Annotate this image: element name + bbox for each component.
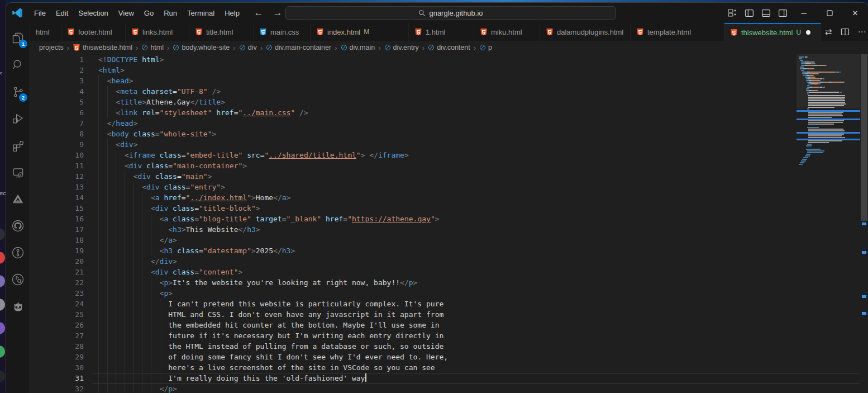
code-line-4[interactable]: 4 <meta charset="UTF-8" /> [30, 86, 868, 97]
code-line-2[interactable]: 2<html> [30, 65, 868, 75]
menu-help[interactable]: Help [220, 7, 245, 20]
breadcrumb-file[interactable]: thiswebsite.html [73, 44, 132, 51]
minimize-button[interactable]: ─ [791, 3, 817, 23]
tab-links-html[interactable]: links.html [126, 23, 189, 41]
maximize-button[interactable] [817, 3, 842, 23]
code-line-9[interactable]: 9 <div> [30, 139, 868, 150]
activity-source-control[interactable]: 2 [6, 79, 30, 105]
activity-github[interactable] [6, 213, 30, 239]
nav-back-button[interactable]: ← [252, 7, 265, 18]
menu-file[interactable]: File [29, 7, 51, 20]
code-line-24[interactable]: 24 I can't pretend this website is parti… [30, 299, 868, 309]
code-line-20[interactable]: 20 </div> [30, 256, 868, 267]
customize-layout-icon[interactable] [724, 6, 741, 20]
breadcrumb-p[interactable]: p [479, 44, 492, 51]
code-editor[interactable]: 1<!DOCTYPE html>2<html>3 <head>4 <meta c… [30, 54, 868, 393]
menu-selection[interactable]: Selection [73, 7, 113, 20]
code-line-29[interactable]: 29 of doing some fancy shit I don't see … [30, 352, 868, 362]
code-line-18[interactable]: 18 </a> [30, 235, 868, 245]
toggle-secondary-sidebar-icon[interactable] [774, 6, 791, 20]
titlebar-right-controls: ─ ✕ [724, 3, 868, 23]
activity-run-and-debug[interactable] [6, 106, 30, 131]
line-number: 27 [30, 330, 84, 341]
code-text: <p> [98, 288, 173, 299]
close-button[interactable]: ✕ [842, 3, 868, 23]
activity-gitlens[interactable] [6, 240, 30, 266]
dirty-indicator[interactable] [806, 30, 810, 35]
tab-template-html[interactable]: template.html [631, 23, 724, 41]
activity-extensions[interactable] [6, 132, 30, 158]
code-line-21[interactable]: 21 <div class="content"> [30, 267, 868, 277]
tab-thiswebsite-html[interactable]: thiswebsite.htmlU [724, 23, 821, 41]
code-line-23[interactable]: 23 <p> [30, 288, 868, 299]
code-line-6[interactable]: 6 <link rel="stylesheet" href="../main.c… [30, 107, 868, 118]
breadcrumb-root[interactable]: projects [39, 44, 64, 51]
tab-html[interactable]: html [30, 23, 61, 41]
tab-main-css[interactable]: main.css [254, 23, 311, 41]
code-line-13[interactable]: 13 <div class="entry"> [30, 182, 868, 192]
code-line-19[interactable]: 19 <h3 class="datestamp">2025</h3> [30, 245, 868, 256]
search-icon [11, 58, 25, 72]
code-line-17[interactable]: 17 <h3>This Website</h3> [30, 224, 868, 235]
code-line-11[interactable]: 11 <div class="main-container"> [30, 160, 868, 171]
code-line-27[interactable]: 27 future if it's necessary but I'm writ… [30, 330, 868, 341]
indent-guide [160, 341, 160, 352]
tab-1-html[interactable]: 1.html [409, 23, 474, 41]
menu-run[interactable]: Run [159, 7, 182, 20]
code-line-8[interactable]: 8 <body class="whole-site"> [30, 129, 868, 139]
breadcrumb-html[interactable]: html [141, 44, 164, 51]
tab-dalamudplugins-html[interactable]: dalamudplugins.html [540, 23, 631, 41]
nav-forward-button[interactable]: → [271, 7, 284, 18]
tab-footer-html[interactable]: footer.html [61, 23, 126, 41]
code-line-31[interactable]: 31 I'm really doing this the 'old-fashio… [30, 373, 868, 383]
activity-explorer[interactable]: 1 [6, 25, 30, 51]
code-line-10[interactable]: 10 <iframe class="embed-title" src="../s… [30, 150, 868, 160]
indent-guide [142, 330, 142, 341]
split-editor-icon[interactable] [838, 25, 852, 39]
code-line-7[interactable]: 7 </head> [30, 118, 868, 129]
breadcrumb-body-whole-site[interactable]: body.whole-site [173, 44, 230, 51]
toggle-sidebar-icon[interactable] [741, 6, 757, 20]
code-line-28[interactable]: 28 the HTML instead of pulling from a da… [30, 341, 868, 352]
breadcrumb-div[interactable]: div [239, 44, 257, 51]
tab-label: thiswebsite.html [741, 29, 793, 37]
breadcrumb-div-main[interactable]: div.main [341, 44, 375, 51]
breadcrumb-div-entry[interactable]: div.entry [384, 44, 419, 51]
code-line-22[interactable]: 22 <p>It's the website you're looking at… [30, 277, 868, 288]
vertical-scrollbar[interactable] [860, 54, 868, 393]
code-line-32[interactable]: 32 </p> [30, 383, 868, 393]
activity-godot-tools[interactable] [6, 293, 30, 319]
activity-triangle-extension[interactable] [6, 186, 30, 212]
activity-gitlens-inspect[interactable] [6, 267, 30, 292]
scrollbar-thumb[interactable] [861, 54, 867, 221]
code-line-12[interactable]: 12 <div class="main"> [30, 171, 868, 182]
menu-edit[interactable]: Edit [51, 7, 73, 20]
open-changes-icon[interactable]: ⇄ [821, 25, 836, 39]
activity-remote-explorer[interactable] [6, 159, 30, 185]
html-file-icon [546, 28, 554, 36]
code-line-15[interactable]: 15 <div class="title-block"> [30, 203, 868, 214]
menu-view[interactable]: View [113, 7, 139, 20]
breadcrumb-div-content[interactable]: div.content [428, 44, 470, 51]
code-line-30[interactable]: 30 here's a live screenshot of the site … [30, 362, 868, 373]
code-line-16[interactable]: 16 <a class="blog-title" target="_blank"… [30, 214, 868, 224]
code-line-14[interactable]: 14 <a href="../index.html">Home</a> [30, 192, 868, 203]
breadcrumb-div-main-container[interactable]: div.main-container [266, 44, 331, 51]
code-line-5[interactable]: 5 <title>Athene.Gay</title> [30, 97, 868, 107]
code-line-26[interactable]: 26 the embedded hit counter at the botto… [30, 320, 868, 330]
command-center-search[interactable]: gnargle.github.io [285, 6, 616, 20]
tab-title-html[interactable]: title.html [189, 23, 254, 41]
code-line-3[interactable]: 3 <head> [30, 75, 868, 86]
code-line-1[interactable]: 1<!DOCTYPE html> [30, 54, 868, 65]
more-actions-icon[interactable]: ⋯ [855, 25, 868, 39]
activity-search[interactable] [6, 52, 30, 78]
toggle-panel-icon[interactable] [757, 6, 774, 20]
code-line-25[interactable]: 25 HTML and CSS. I don't even have any j… [30, 309, 868, 320]
indent-guide [116, 192, 116, 203]
tab-index-html[interactable]: index.htmlM [311, 23, 409, 41]
background-avatar [0, 370, 5, 382]
minimap[interactable] [797, 54, 860, 393]
menu-terminal[interactable]: Terminal [182, 7, 220, 20]
tab-miku-html[interactable]: miku.html [474, 23, 540, 41]
menu-go[interactable]: Go [139, 7, 159, 20]
